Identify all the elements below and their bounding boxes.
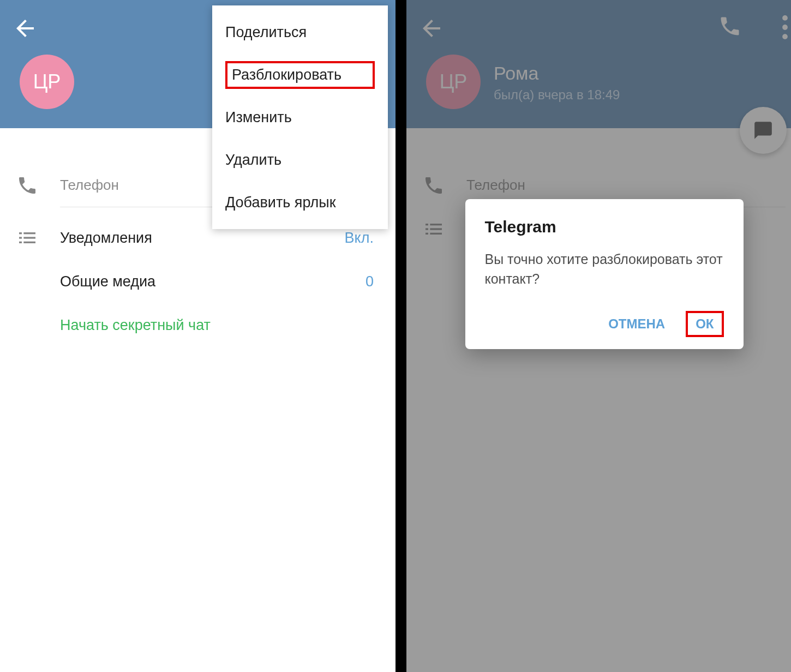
profile-screen-right: ЦР Рома был(а) вчера в 18:49 Телефон bbox=[406, 0, 791, 672]
notifications-label: Уведомления bbox=[60, 230, 152, 247]
phone-icon bbox=[16, 175, 38, 196]
secret-chat-label: Начать секретный чат bbox=[60, 317, 211, 334]
overflow-menu: Поделиться Разблокировать Изменить Удали… bbox=[212, 5, 388, 229]
shared-media-value: 0 bbox=[365, 273, 379, 290]
svg-rect-4 bbox=[19, 242, 22, 243]
profile-screen-left: ЦР Поделиться Разблокировать Изменить Уд… bbox=[0, 0, 396, 672]
phone-label: Телефон bbox=[60, 177, 119, 194]
confirm-dialog: Telegram Вы точно хотите разблокировать … bbox=[465, 199, 744, 349]
row-secret-chat[interactable]: Начать секретный чат bbox=[0, 303, 396, 347]
svg-rect-5 bbox=[23, 242, 35, 243]
dialog-title: Telegram bbox=[485, 218, 724, 236]
shared-media-label: Общие медиа bbox=[60, 273, 155, 290]
list-icon bbox=[16, 227, 38, 249]
svg-rect-3 bbox=[23, 237, 35, 238]
menu-item-add-shortcut[interactable]: Добавить ярлык bbox=[212, 181, 388, 224]
menu-item-unblock[interactable]: Разблокировать bbox=[212, 53, 388, 96]
svg-rect-0 bbox=[19, 232, 22, 234]
avatar[interactable]: ЦР bbox=[20, 55, 74, 109]
menu-item-edit[interactable]: Изменить bbox=[212, 96, 388, 139]
dialog-ok-button[interactable]: ОК bbox=[686, 311, 723, 337]
dialog-body: Вы точно хотите разблокировать этот конт… bbox=[485, 249, 724, 289]
menu-item-delete[interactable]: Удалить bbox=[212, 139, 388, 181]
menu-item-share[interactable]: Поделиться bbox=[212, 11, 388, 53]
svg-rect-1 bbox=[23, 232, 35, 234]
avatar-initials: ЦР bbox=[33, 70, 61, 93]
back-button[interactable] bbox=[12, 15, 38, 41]
arrow-left-icon bbox=[12, 15, 38, 41]
dialog-cancel-button[interactable]: ОТМЕНА bbox=[604, 311, 669, 337]
svg-rect-2 bbox=[19, 237, 22, 238]
dialog-actions: ОТМЕНА ОК bbox=[485, 311, 724, 337]
notifications-value: Вкл. bbox=[345, 230, 379, 247]
pane-divider bbox=[396, 0, 406, 672]
row-shared-media[interactable]: Общие медиа 0 bbox=[0, 260, 396, 303]
